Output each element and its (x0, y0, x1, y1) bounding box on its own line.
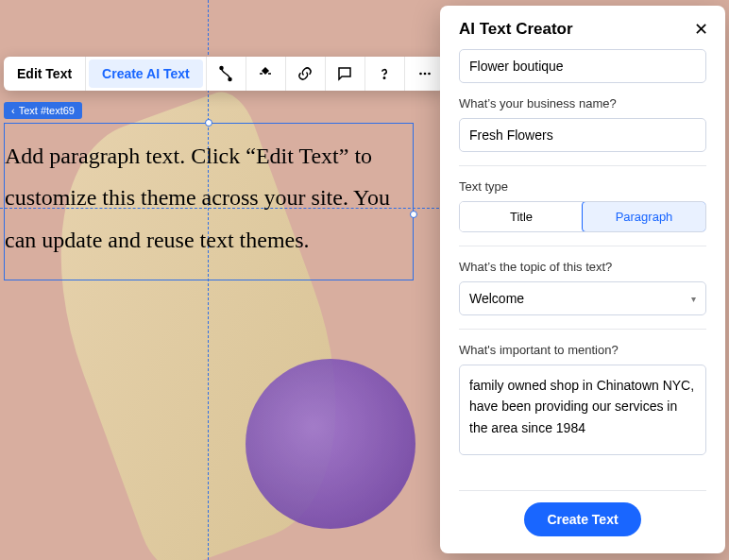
svg-point-0 (220, 67, 223, 70)
business-name-label: What’s your business name? (459, 96, 706, 110)
svg-point-1 (229, 78, 231, 81)
resize-handle-right[interactable] (410, 211, 417, 218)
svg-point-2 (383, 77, 385, 79)
create-text-button[interactable]: Create Text (524, 502, 640, 536)
text-type-segmented: Title Paragraph (459, 201, 706, 232)
chevron-down-icon: ▾ (691, 294, 696, 304)
text-type-paragraph[interactable]: Paragraph (582, 201, 706, 232)
svg-point-5 (428, 73, 431, 76)
comment-icon[interactable] (326, 57, 365, 91)
business-name-input[interactable] (459, 118, 706, 152)
divider (459, 165, 706, 166)
create-ai-text-button[interactable]: Create AI Text (89, 59, 203, 88)
svg-point-3 (419, 73, 422, 76)
edit-text-button[interactable]: Edit Text (4, 57, 86, 91)
stretch-icon[interactable] (246, 57, 286, 91)
ai-text-creator-panel: AI Text Creator ✕ What’s your business n… (440, 6, 725, 553)
text-type-title[interactable]: Title (460, 202, 583, 231)
paragraph-content: Add paragraph text. Click “Edit Text” to… (5, 144, 390, 252)
topic-value: Welcome (469, 291, 524, 306)
floating-toolbar: Edit Text Create AI Text (4, 57, 445, 91)
chevron-left-icon: ‹ (11, 105, 15, 116)
selected-text-block[interactable]: Add paragraph text. Click “Edit Text” to… (4, 123, 414, 280)
close-icon[interactable]: ✕ (694, 19, 708, 40)
business-type-input[interactable] (459, 49, 706, 83)
background-flower (246, 359, 415, 529)
mention-textarea[interactable] (459, 365, 706, 455)
link-icon[interactable] (286, 57, 326, 91)
divider (459, 329, 706, 330)
svg-point-4 (423, 73, 426, 76)
element-label-text: Text #text69 (19, 105, 75, 116)
element-label-chip[interactable]: ‹ Text #text69 (4, 102, 82, 119)
more-icon[interactable] (405, 57, 445, 91)
text-type-label: Text type (459, 179, 706, 194)
mention-label: What's important to mention? (459, 343, 706, 357)
animation-icon[interactable] (207, 57, 246, 91)
topic-label: What’s the topic of this text? (459, 260, 706, 274)
topic-select[interactable]: Welcome ▾ (459, 281, 706, 315)
resize-handle-top[interactable] (205, 119, 212, 127)
divider (459, 246, 706, 246)
help-icon[interactable] (365, 57, 405, 91)
panel-title: AI Text Creator (459, 20, 573, 39)
